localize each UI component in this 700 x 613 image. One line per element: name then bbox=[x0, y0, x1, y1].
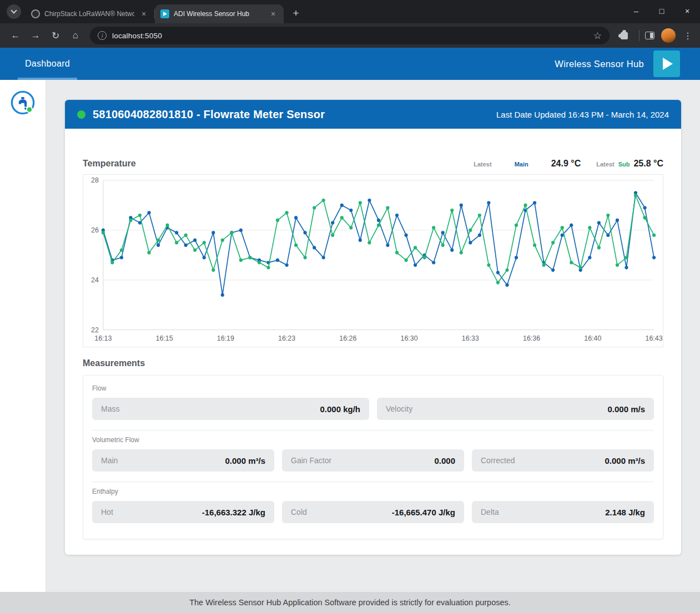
device-card-header: 5810604082801810 - Flowrate Meter Sensor… bbox=[65, 100, 681, 129]
play-triangle-icon bbox=[163, 12, 167, 16]
browser-tabstrip: ChirpStack LoRaWAN® Networ × ADI Wireles… bbox=[0, 0, 700, 23]
app-title: Wireless Sensor Hub bbox=[555, 59, 644, 69]
profile-avatar[interactable] bbox=[661, 28, 676, 43]
sub-series-label: Sub bbox=[618, 161, 630, 168]
field-value: 2.148 J/kg bbox=[605, 508, 645, 517]
maximize-button[interactable]: □ bbox=[649, 0, 674, 22]
field-label: Gain Factor bbox=[291, 456, 331, 465]
app-navbar: Dashboard Wireless Sensor Hub bbox=[0, 48, 700, 80]
measure-group-flow: Flow Mass 0.000 kg/h Velocity 0.000 m/s bbox=[92, 379, 654, 430]
field-value: 0.000 m/s bbox=[607, 404, 645, 414]
play-triangle-icon bbox=[663, 58, 673, 70]
measurements-panel: Flow Mass 0.000 kg/h Velocity 0.000 m/s bbox=[83, 375, 663, 539]
footer-text: The Wireless Sensor Hub Application Soft… bbox=[189, 598, 511, 607]
browser-tab-adi[interactable]: ADI Wireless Sensor Hub × bbox=[155, 4, 284, 23]
bookmark-star-icon[interactable]: ☆ bbox=[593, 30, 602, 42]
svg-text:16:23: 16:23 bbox=[278, 335, 295, 342]
tab-close-icon[interactable]: × bbox=[268, 9, 278, 19]
nav-active-underline bbox=[18, 78, 77, 80]
browser-toolbar: ← → ↻ ⌂ i localhost:5050 ☆ ⋮ bbox=[0, 23, 700, 48]
flowmeter-device-icon[interactable] bbox=[10, 90, 36, 115]
tab-close-icon[interactable]: × bbox=[139, 9, 149, 19]
device-title: 5810604082801810 - Flowrate Meter Sensor bbox=[93, 108, 325, 121]
field-volumetric-main: Main 0.000 m³/s bbox=[92, 449, 274, 472]
chevron-down-icon bbox=[11, 7, 17, 13]
field-hot: Hot -16,663.322 J/kg bbox=[92, 501, 274, 523]
field-label: Mass bbox=[101, 404, 119, 413]
close-button[interactable]: × bbox=[674, 0, 700, 22]
group-label: Volumetric Flow bbox=[92, 436, 654, 444]
latest-label: Latest bbox=[474, 161, 491, 168]
field-label: Delta bbox=[481, 508, 499, 516]
field-value: 0.000 bbox=[434, 456, 455, 465]
field-label: Velocity bbox=[386, 404, 412, 413]
field-label: Hot bbox=[101, 508, 113, 516]
tab-search-button[interactable] bbox=[7, 4, 21, 19]
app-body: 5810604082801810 - Flowrate Meter Sensor… bbox=[0, 80, 700, 592]
field-value: -16,663.322 J/kg bbox=[202, 508, 265, 517]
field-value: -16,665.470 J/kg bbox=[392, 508, 455, 517]
temperature-chart-box: 2224262816:1316:1516:1916:2316:2616:3016… bbox=[83, 174, 663, 347]
field-cold: Cold -16,665.470 J/kg bbox=[282, 501, 464, 523]
site-info-icon[interactable]: i bbox=[98, 31, 107, 40]
fields-row: Main 0.000 m³/s Gain Factor 0.000 Correc… bbox=[92, 449, 654, 472]
fields-row: Hot -16,663.322 J/kg Cold -16,665.470 J/… bbox=[92, 501, 654, 523]
field-label: Main bbox=[101, 456, 118, 465]
field-value: 0.000 m³/s bbox=[605, 456, 645, 465]
evaluation-footer: The Wireless Sensor Hub Application Soft… bbox=[0, 592, 700, 613]
field-label: Cold bbox=[291, 508, 307, 516]
back-button[interactable]: ← bbox=[7, 27, 24, 44]
url-text[interactable]: localhost:5050 bbox=[112, 32, 588, 40]
main-series-label: Main bbox=[496, 141, 547, 168]
temperature-chart: 2224262816:1316:1516:1916:2316:2616:3016… bbox=[83, 175, 663, 347]
adi-logo bbox=[653, 50, 680, 77]
svg-text:16:43: 16:43 bbox=[646, 335, 663, 342]
measurements-heading: Measurements bbox=[83, 358, 663, 368]
svg-text:24: 24 bbox=[91, 276, 99, 284]
field-mass: Mass 0.000 kg/h bbox=[92, 398, 369, 420]
svg-text:16:19: 16:19 bbox=[217, 335, 234, 342]
side-panel-icon[interactable] bbox=[645, 32, 654, 39]
temperature-header: Temperature Latest Main 24.9 °C Latest S… bbox=[83, 141, 663, 169]
svg-text:28: 28 bbox=[91, 176, 99, 184]
svg-text:16:13: 16:13 bbox=[94, 335, 112, 342]
device-card: 5810604082801810 - Flowrate Meter Sensor… bbox=[65, 100, 681, 555]
svg-text:22: 22 bbox=[91, 326, 99, 334]
measure-group-enthalpy: Enthalpy Hot -16,663.322 J/kg Cold -16,6… bbox=[92, 482, 654, 533]
screen: ChirpStack LoRaWAN® Networ × ADI Wireles… bbox=[0, 0, 700, 613]
main-content: 5810604082801810 - Flowrate Meter Sensor… bbox=[46, 80, 700, 592]
browser-menu-icon[interactable]: ⋮ bbox=[682, 31, 693, 41]
latest-label: Latest bbox=[596, 161, 614, 168]
sub-latest-value: 25.8 °C bbox=[633, 159, 663, 169]
field-velocity: Velocity 0.000 m/s bbox=[377, 398, 654, 420]
group-label: Flow bbox=[92, 384, 654, 392]
window-controls: – □ × bbox=[623, 0, 700, 22]
new-tab-button[interactable]: + bbox=[288, 6, 304, 21]
tab-title: ADI Wireless Sensor Hub bbox=[174, 10, 264, 18]
reload-button[interactable]: ↻ bbox=[47, 27, 64, 44]
field-label: Corrected bbox=[481, 456, 515, 465]
field-delta: Delta 2.148 J/kg bbox=[472, 501, 654, 523]
svg-text:16:26: 16:26 bbox=[339, 335, 356, 342]
status-online-dot bbox=[77, 110, 85, 119]
extensions-icon[interactable] bbox=[621, 32, 628, 39]
last-updated-text: Last Date Updated 16:43 PM - March 14, 2… bbox=[496, 110, 669, 119]
sidebar bbox=[0, 80, 46, 592]
chirpstack-favicon bbox=[31, 9, 40, 18]
svg-text:16:15: 16:15 bbox=[156, 335, 173, 342]
group-label: Enthalpy bbox=[92, 488, 654, 495]
svg-text:26: 26 bbox=[91, 226, 99, 234]
svg-text:16:36: 16:36 bbox=[523, 335, 540, 342]
nav-dashboard-link[interactable]: Dashboard bbox=[18, 48, 77, 80]
field-value: 0.000 kg/h bbox=[320, 404, 360, 414]
minimize-button[interactable]: – bbox=[623, 0, 649, 22]
tab-title: ChirpStack LoRaWAN® Networ bbox=[44, 10, 134, 18]
svg-text:16:40: 16:40 bbox=[584, 335, 601, 342]
address-bar[interactable]: i localhost:5050 ☆ bbox=[90, 27, 610, 44]
svg-text:16:33: 16:33 bbox=[462, 335, 479, 342]
fields-row: Mass 0.000 kg/h Velocity 0.000 m/s bbox=[92, 398, 654, 420]
home-button[interactable]: ⌂ bbox=[67, 27, 84, 44]
field-gain-factor: Gain Factor 0.000 bbox=[282, 449, 464, 472]
browser-tab-chirpstack[interactable]: ChirpStack LoRaWAN® Networ × bbox=[26, 4, 154, 23]
forward-button[interactable]: → bbox=[27, 27, 44, 44]
